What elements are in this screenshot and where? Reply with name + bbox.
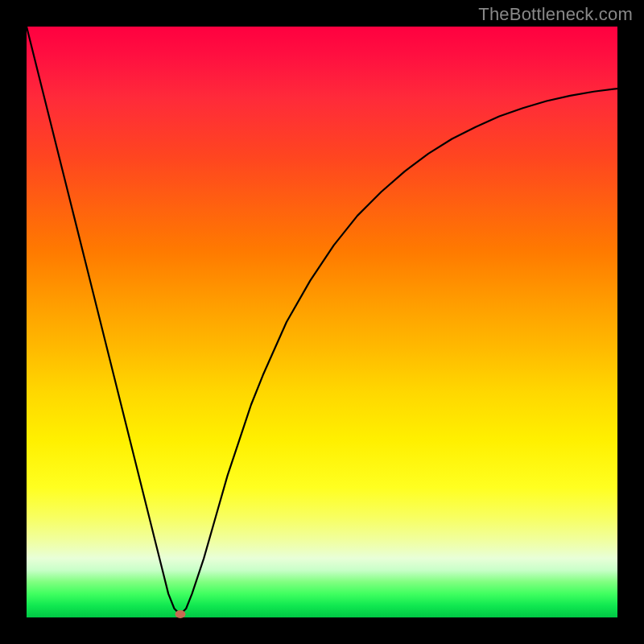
plot-area — [27, 27, 617, 617]
bottleneck-curve — [27, 27, 617, 617]
min-marker — [175, 610, 185, 618]
watermark-text: TheBottleneck.com — [478, 4, 633, 25]
curve-path — [27, 27, 617, 614]
chart-frame: TheBottleneck.com — [0, 0, 644, 644]
